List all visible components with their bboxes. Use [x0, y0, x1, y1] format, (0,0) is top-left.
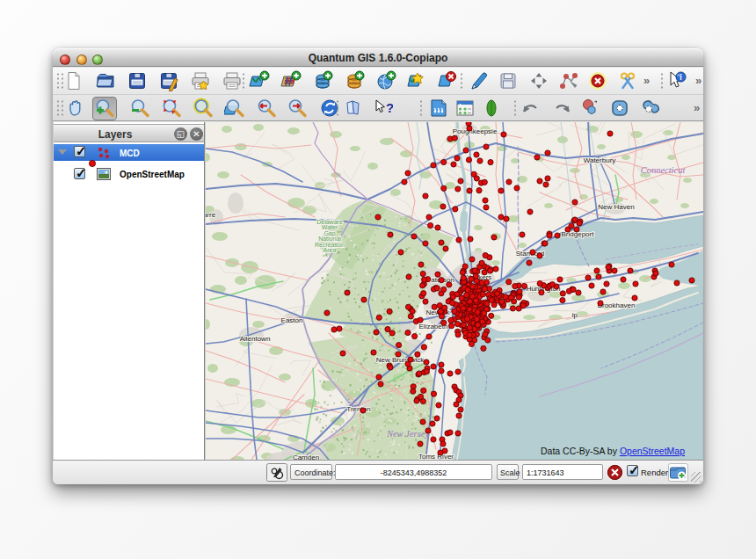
svg-text:Poughkeepsie: Poughkeepsie — [453, 127, 498, 135]
svg-text:ip.: ip. — [572, 311, 579, 319]
svg-text:Easton: Easton — [281, 316, 303, 324]
svg-text:Waterbury: Waterbury — [584, 156, 616, 164]
svg-text:Trenton: Trenton — [346, 405, 370, 413]
svg-text:Allentown: Allentown — [240, 335, 271, 343]
svg-text:Toms River: Toms River — [418, 453, 454, 460]
svg-text:Camden: Camden — [293, 454, 319, 460]
svg-text:Connecticut: Connecticut — [641, 165, 687, 175]
svg-text:arre: arre — [206, 211, 216, 219]
svg-text:New Jersey: New Jersey — [386, 429, 429, 439]
svg-text:Area: Area — [323, 247, 337, 253]
svg-text:?: ? — [386, 100, 393, 115]
svg-text:Data CC-By-SA by OpenStreetMap: Data CC-By-SA by OpenStreetMap — [541, 446, 685, 456]
svg-text:i: i — [680, 73, 681, 82]
svg-text:New Haven: New Haven — [598, 203, 634, 211]
